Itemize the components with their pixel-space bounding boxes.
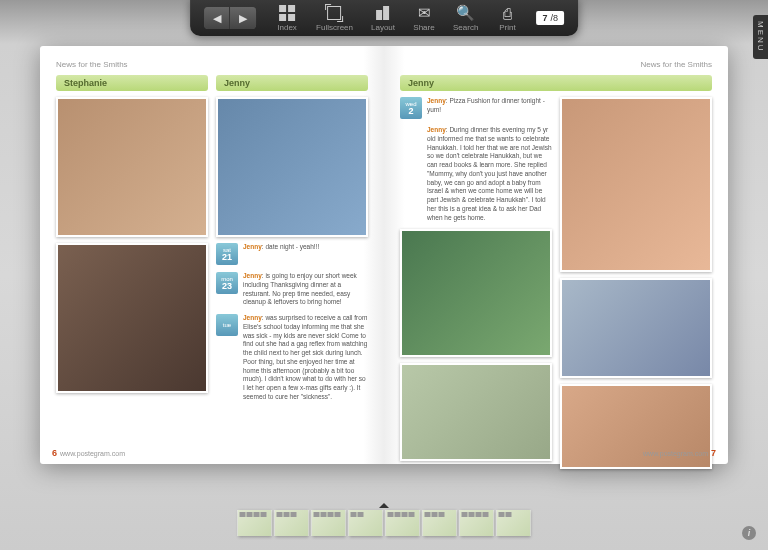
section-title: Jenny xyxy=(400,75,712,91)
page-footer: www.postegram.com7 xyxy=(643,448,716,458)
entry-text: Jenny: Pizza Fushion for dinner tonight … xyxy=(427,97,552,119)
date-badge: sat21 xyxy=(216,243,238,265)
entry-text: Jenny: date night - yeah!!! xyxy=(243,243,319,265)
thumb-indicator-arrow xyxy=(379,503,389,508)
page-footer: 6www.postegram.com xyxy=(52,448,125,458)
fullscreen-button[interactable]: Fullscreen xyxy=(308,4,361,32)
thumbnail[interactable] xyxy=(497,510,531,536)
toolbar: ◀ ▶ Index Fullscreen Layout ✉ Share 🔍 Se… xyxy=(190,0,578,36)
thumbnail-strip xyxy=(238,510,531,536)
thumbnail[interactable] xyxy=(312,510,346,536)
print-button[interactable]: ⎙ Print xyxy=(488,4,526,32)
share-button[interactable]: ✉ Share xyxy=(405,4,443,32)
search-icon: 🔍 xyxy=(455,4,477,22)
next-button[interactable]: ▶ xyxy=(230,7,256,29)
thumbnail[interactable] xyxy=(460,510,494,536)
journal-entry: tue Jenny: was surprised to receive a ca… xyxy=(216,314,368,402)
page-total: /8 xyxy=(550,13,558,23)
search-button[interactable]: 🔍 Search xyxy=(445,4,486,32)
photo xyxy=(56,97,208,237)
menu-tab[interactable]: MENU xyxy=(753,15,768,59)
left-page: News for the Smiths Stephanie Jenny sat2… xyxy=(40,46,384,464)
photo xyxy=(560,97,712,272)
prev-button[interactable]: ◀ xyxy=(204,7,230,29)
thumbnail[interactable] xyxy=(238,510,272,536)
page-header: News for the Smiths xyxy=(400,60,712,69)
thumbnail[interactable] xyxy=(386,510,420,536)
page-current: 7 xyxy=(542,13,547,23)
journal-entry: sat21 Jenny: date night - yeah!!! xyxy=(216,243,368,265)
journal-entry: Jenny: During dinner this evening my 5 y… xyxy=(400,126,552,222)
index-button[interactable]: Index xyxy=(268,4,306,32)
layout-button[interactable]: Layout xyxy=(363,4,403,32)
photo xyxy=(560,278,712,378)
entry-text: Jenny: is going to enjoy our short week … xyxy=(243,272,368,307)
entry-text: Jenny: During dinner this evening my 5 y… xyxy=(427,126,552,222)
print-icon: ⎙ xyxy=(496,4,518,22)
page-indicator[interactable]: 7 /8 xyxy=(536,11,564,25)
thumbnail[interactable] xyxy=(275,510,309,536)
journal-entry: mon23 Jenny: is going to enjoy our short… xyxy=(216,272,368,307)
date-badge: wed2 xyxy=(400,97,422,119)
photo xyxy=(216,97,368,237)
page-header: News for the Smiths xyxy=(56,60,368,69)
thumbnail[interactable] xyxy=(349,510,383,536)
photo xyxy=(56,243,208,393)
photo xyxy=(400,229,552,357)
date-badge: mon23 xyxy=(216,272,238,294)
envelope-icon: ✉ xyxy=(413,4,435,22)
info-button[interactable]: i xyxy=(742,526,756,540)
thumbnail[interactable] xyxy=(423,510,457,536)
photo xyxy=(400,363,552,461)
entry-text: Jenny: was surprised to receive a call f… xyxy=(243,314,368,402)
section-title: Stephanie xyxy=(56,75,208,91)
nav-buttons: ◀ ▶ xyxy=(204,7,256,29)
grid-icon xyxy=(276,4,298,22)
section-title: Jenny xyxy=(216,75,368,91)
date-badge: tue xyxy=(216,314,238,336)
layout-icon xyxy=(372,4,394,22)
journal-entry: wed2 Jenny: Pizza Fushion for dinner ton… xyxy=(400,97,552,119)
fullscreen-icon xyxy=(324,4,346,22)
right-page: News for the Smiths Jenny wed2 Jenny: Pi… xyxy=(384,46,728,464)
book-spread: News for the Smiths Stephanie Jenny sat2… xyxy=(40,46,728,464)
